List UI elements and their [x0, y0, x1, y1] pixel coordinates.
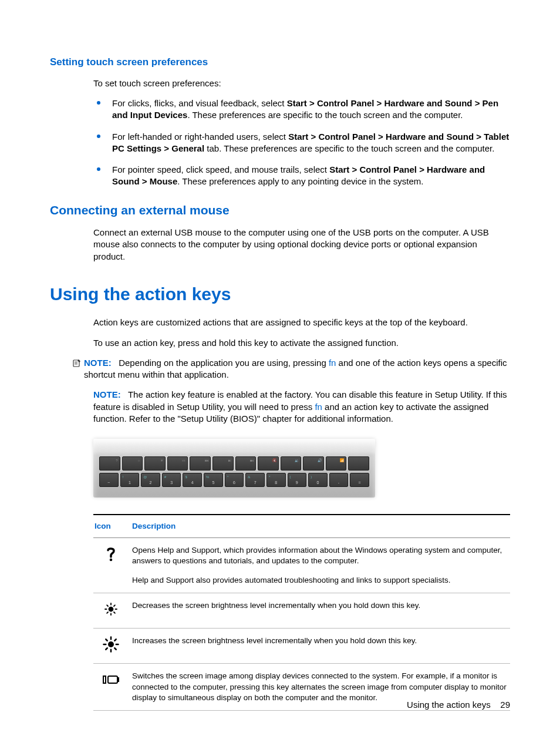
list-text-post: tab. These preferences are specific to t…: [204, 143, 494, 153]
key: )0: [308, 473, 328, 487]
help-icon: [93, 538, 131, 593]
bullet-icon: [97, 101, 100, 105]
heading-action-keys: Using the action keys: [50, 283, 510, 307]
svg-rect-25: [118, 677, 119, 682]
list-item: For left-handed or right-handed users, s…: [93, 131, 510, 155]
desc-text: Decreases the screen brightness level in…: [132, 600, 507, 611]
svg-line-11: [114, 612, 115, 613]
list-text-post: . These preferences are specific to the …: [187, 110, 463, 120]
table-row: Increases the screen brightness level in…: [93, 629, 510, 664]
note-pre: Depending on the application you are usi…: [119, 358, 329, 368]
list-text-pre: For left-handed or right-handed users, s…: [112, 132, 288, 142]
key: ⏭: [235, 456, 257, 471]
key: ☀: [144, 456, 166, 471]
key: #3: [162, 473, 181, 487]
svg-point-14: [108, 641, 114, 647]
list-text-pre: For clicks, flicks, and visual feedback,…: [112, 98, 287, 108]
key: =: [350, 473, 369, 487]
key: %5: [204, 473, 223, 487]
note-label: NOTE:: [84, 358, 112, 368]
note-icon: [72, 358, 82, 371]
svg-point-5: [109, 607, 114, 612]
external-mouse-para: Connect an external USB mouse to the com…: [93, 227, 510, 263]
key: [348, 456, 369, 471]
action-keys-table: Icon Description Opens Help and Support,…: [93, 514, 510, 711]
bullet-icon: [97, 135, 100, 138]
key: !1: [120, 473, 140, 487]
list-text-post: . These preferences apply to any pointin…: [177, 176, 423, 186]
keyboard-row-num: ~ !1 @2 #3 $4 %5 ^6 &7 *8 (9 )0 - =: [99, 473, 369, 487]
table-header-icon: Icon: [93, 515, 131, 538]
note-block-1: NOTE: Depending on the application you a…: [84, 357, 510, 381]
key: ⏮: [190, 456, 211, 471]
brightness-down-icon: [93, 593, 131, 628]
action-keys-para2: To use an action key, press and hold thi…: [93, 337, 510, 349]
key: (9: [288, 473, 307, 487]
list-item: For pointer speed, click speed, and mous…: [93, 164, 510, 188]
fn-text: fn: [329, 358, 336, 368]
key: *8: [266, 473, 286, 487]
svg-rect-23: [103, 676, 106, 683]
key: 🔊: [303, 456, 324, 471]
note2-block: NOTE: The action key feature is enabled …: [93, 389, 510, 425]
heading-external-mouse: Connecting an external mouse: [50, 202, 510, 219]
desc-text: Opens Help and Support, which provides i…: [132, 545, 507, 566]
key: 📶: [326, 456, 347, 471]
key: ⏯: [212, 456, 234, 471]
key: ▭: [167, 456, 188, 471]
heading-touch-prefs: Setting touch screen preferences: [50, 56, 510, 69]
svg-line-20: [114, 648, 116, 650]
svg-line-13: [114, 605, 115, 606]
page-footer: Using the action keys 29: [407, 699, 510, 711]
list-text-pre: For pointer speed, click speed, and mous…: [112, 164, 329, 174]
action-keys-para1: Action keys are customized actions that …: [93, 317, 510, 328]
keyboard-row-fn: ? ☼ ☀ ▭ ⏮ ⏯ ⏭ 🔇 🔉 🔊 📶: [99, 456, 369, 471]
touch-prefs-intro: To set touch screen preferences:: [93, 78, 510, 89]
footer-text: Using the action keys: [407, 700, 491, 710]
fn-text: fn: [315, 402, 322, 412]
key: 🔇: [258, 456, 279, 471]
key: @2: [141, 473, 160, 487]
key: ?: [99, 456, 120, 471]
key: ~: [99, 473, 119, 487]
bullet-icon: [97, 167, 100, 171]
svg-point-4: [110, 559, 113, 562]
table-desc: Opens Help and Support, which provides i…: [131, 538, 510, 593]
svg-rect-24: [108, 676, 117, 683]
svg-line-12: [107, 612, 108, 613]
key: ^6: [225, 473, 244, 487]
key: $4: [183, 473, 202, 487]
key: 🔉: [281, 456, 302, 471]
display-switch-icon: [93, 664, 131, 711]
desc-text: Increases the screen brightness level in…: [132, 636, 507, 646]
desc-text: Help and Support also provides automated…: [132, 575, 507, 586]
table-row: Opens Help and Support, which provides i…: [93, 538, 510, 593]
table-desc: Decreases the screen brightness level in…: [131, 593, 510, 628]
note1-text: NOTE: Depending on the application you a…: [84, 357, 510, 381]
brightness-up-icon: [93, 629, 131, 664]
note-label: NOTE:: [93, 389, 121, 399]
svg-line-21: [106, 648, 107, 650]
table-header-desc: Description: [131, 515, 510, 538]
svg-line-22: [114, 639, 116, 641]
list-item: For clicks, flicks, and visual feedback,…: [93, 98, 510, 122]
table-row: Decreases the screen brightness level in…: [93, 593, 510, 628]
svg-line-19: [106, 639, 107, 641]
key: ☼: [122, 456, 143, 471]
page-number: 29: [500, 700, 510, 710]
keyboard-image: ? ☼ ☀ ▭ ⏮ ⏯ ⏭ 🔇 🔉 🔊 📶 ~ !1 @2 #3 $4 %5 ^…: [93, 439, 375, 498]
key: -: [329, 473, 349, 487]
table-desc: Increases the screen brightness level in…: [131, 629, 510, 664]
touch-prefs-list: For clicks, flicks, and visual feedback,…: [93, 98, 510, 188]
svg-line-10: [107, 605, 108, 606]
key: &7: [245, 473, 265, 487]
